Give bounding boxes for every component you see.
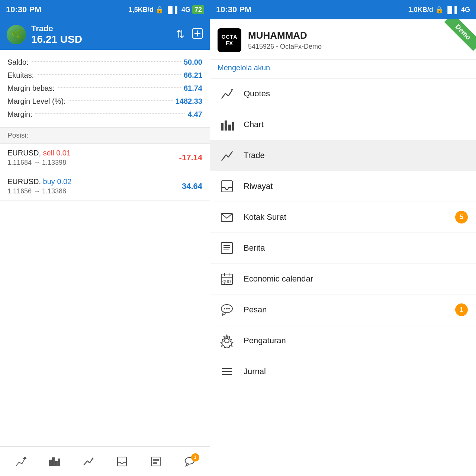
menu-item-pengaturan[interactable]: Pengaturan [210, 325, 476, 356]
menu-item-trade[interactable]: Trade [210, 140, 476, 171]
svg-text:QUO: QUO [222, 280, 231, 284]
balance-dots [35, 113, 185, 114]
svg-line-25 [228, 90, 232, 96]
position-left: EURUSD, buy 0.02 1.11656 → 1.13388 [7, 177, 71, 195]
svg-line-15 [93, 459, 93, 459]
nav-badge-undefined: 1 [191, 453, 199, 461]
balance-row: Margin: 4.47 [7, 108, 202, 121]
left-status-bar: 10:30 PM 1,5KB/d 🔒 ▐▌▌ 4G 72 [0, 0, 210, 19]
bottom-nav: 1 [0, 446, 210, 476]
menu-badge-pesan: 1 [455, 303, 468, 316]
position-item[interactable]: EURUSD, sell 0.01 1.11684 → 1.13398 -17.… [0, 144, 210, 172]
svg-rect-9 [55, 461, 57, 466]
menu-label-pengaturan: Pengaturan [244, 336, 468, 345]
svg-rect-7 [49, 460, 51, 466]
sort-icon[interactable]: ⇅ [176, 28, 184, 42]
menu-label-berita: Berita [244, 243, 468, 253]
menu-label-chart: Chart [244, 120, 468, 129]
nav-undefined[interactable]: 1 [184, 456, 196, 467]
svg-rect-34 [221, 181, 232, 192]
svg-rect-29 [228, 125, 231, 131]
nav-undefined[interactable] [82, 456, 94, 467]
menu-item-pesan[interactable]: Pesan 1 [210, 295, 476, 325]
menu-label-kotak-surat: Kotak Surat [244, 212, 447, 222]
position-side: sell 0.01 [43, 149, 71, 157]
profile-logo: OCTAFX [218, 28, 241, 52]
balance-dots [69, 100, 173, 101]
svg-line-5 [22, 459, 25, 464]
svg-point-49 [225, 338, 229, 343]
menu-label-quotes: Quotes [244, 89, 468, 99]
svg-rect-30 [232, 122, 234, 131]
balance-value: 1482.33 [176, 97, 202, 106]
balance-label: Ekuitas: [7, 71, 34, 80]
positions-header: Posisi: [0, 127, 210, 144]
nav-undefined[interactable] [150, 456, 162, 467]
profile-section: OCTAFX MUHAMMAD 5415926 - OctaFx-Demo [210, 19, 476, 60]
menu-item-berita[interactable]: Berita [210, 233, 476, 264]
svg-point-47 [226, 308, 228, 309]
balance-value: 66.21 [184, 71, 202, 80]
position-pnl: -17.14 [179, 153, 202, 163]
position-item[interactable]: EURUSD, buy 0.02 1.11656 → 1.13388 34.64 [0, 172, 210, 201]
svg-rect-28 [225, 120, 227, 131]
menu-icon-pesan [218, 301, 235, 318]
balance-row: Saldo: 50.00 [7, 56, 202, 69]
balance-label: Margin bebas: [7, 84, 55, 93]
position-side: buy 0.02 [43, 177, 72, 186]
menu-item-chart[interactable]: Chart [210, 109, 476, 140]
position-prices: 1.11684 → 1.13398 [7, 159, 71, 167]
demo-label: Demo [444, 19, 476, 51]
left-panel: 🌿 Trade 16.21 USD ⇅ [0, 19, 210, 476]
menu-item-economic-calendar[interactable]: QUO Economic calendar [210, 264, 476, 295]
balance-label: Margin: [7, 110, 32, 119]
svg-line-3 [16, 462, 19, 466]
svg-point-48 [228, 308, 230, 309]
right-time: 10:30 PM [216, 5, 251, 15]
menu-container: Quotes Chart Trade Riwayat Kotak Surat 5… [210, 78, 476, 387]
menu-label-jurnal: Jurnal [244, 367, 468, 376]
menu-icon-berita [218, 239, 235, 257]
nav-undefined[interactable] [15, 456, 26, 467]
balance-row: Margin Level (%): 1482.33 [7, 95, 202, 108]
svg-rect-27 [221, 123, 223, 131]
svg-line-13 [90, 459, 93, 463]
left-signal: 1,5KB/d 🔒 ▐▌▌ 4G 72 [129, 6, 204, 14]
svg-line-32 [226, 155, 228, 157]
svg-line-11 [84, 461, 87, 465]
menu-item-riwayat[interactable]: Riwayat [210, 171, 476, 202]
right-panel: OCTAFX MUHAMMAD 5415926 - OctaFx-Demo Me… [210, 19, 476, 476]
menu-item-kotak-surat[interactable]: Kotak Surat 5 [210, 202, 476, 233]
menu-label-pesan: Pesan [244, 305, 447, 315]
menu-item-quotes[interactable]: Quotes [210, 78, 476, 109]
nav-undefined[interactable] [48, 456, 60, 467]
menu-item-jurnal[interactable]: Jurnal [210, 356, 476, 387]
svg-rect-8 [52, 458, 54, 466]
svg-rect-17 [151, 457, 160, 466]
trade-title: Trade [31, 24, 82, 33]
left-content: Saldo: 50.00 Ekuitas: 66.21 Margin bebas… [0, 50, 210, 476]
menu-icon-economic-calendar: QUO [218, 270, 235, 287]
svg-rect-16 [118, 457, 126, 466]
position-left: EURUSD, sell 0.01 1.11684 → 1.13398 [7, 149, 71, 167]
avatar: 🌿 [7, 25, 26, 44]
right-status-bar: 10:30 PM 1,0KB/d 🔒 ▐▌▌ 4G [210, 0, 476, 19]
balance-value: 50.00 [184, 58, 202, 67]
balance-row: Ekuitas: 66.21 [7, 69, 202, 82]
balance-dots [58, 87, 181, 88]
svg-line-33 [228, 151, 232, 157]
profile-account: 5415926 - OctaFx-Demo [248, 43, 322, 51]
menu-icon-chart [218, 116, 235, 133]
svg-rect-10 [58, 459, 60, 466]
demo-ribbon: Demo [443, 19, 476, 53]
position-pair: EURUSD, sell 0.01 [7, 149, 71, 157]
svg-point-46 [224, 308, 225, 309]
manage-account-link[interactable]: Mengelola akun [210, 60, 476, 78]
add-icon[interactable] [192, 28, 203, 42]
nav-undefined[interactable] [116, 456, 128, 467]
menu-icon-trade [218, 147, 235, 164]
menu-icon-riwayat [218, 178, 235, 195]
svg-line-23 [222, 93, 225, 99]
balance-dots [32, 61, 181, 62]
menu-icon-jurnal [218, 363, 235, 380]
